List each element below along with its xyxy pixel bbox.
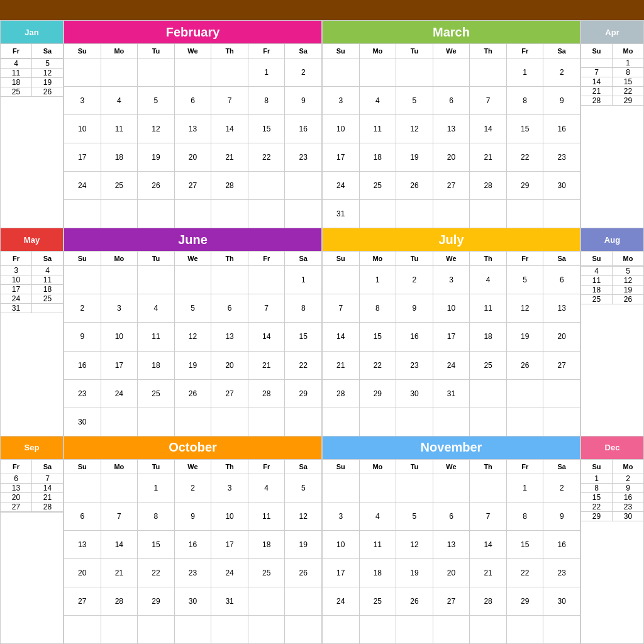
day-header-cell: Mo xyxy=(101,252,138,265)
stub-day-cell: 29 xyxy=(613,96,643,105)
day-cell xyxy=(211,408,248,436)
day-cell: 3 xyxy=(211,474,248,502)
day-cell: 25 xyxy=(360,172,397,199)
day-cell: 7 xyxy=(248,294,286,322)
day-cell: 26 xyxy=(507,352,544,379)
day-cell: 12 xyxy=(285,502,321,530)
right-stub-title-0: Apr xyxy=(581,21,643,43)
day-header-cell: Th xyxy=(211,460,248,474)
stub-week-row: 2021 xyxy=(1,492,63,502)
calendar-title xyxy=(0,0,644,20)
week-row: 2728293031 xyxy=(64,587,321,615)
day-cell: 30 xyxy=(396,380,433,408)
day-header-cell: Sa xyxy=(285,460,321,474)
left-stub-title-2: Sep xyxy=(1,436,63,459)
day-cell: 20 xyxy=(433,143,470,171)
day-cell xyxy=(101,266,138,294)
day-cell: 14 xyxy=(470,531,507,558)
week-row: 12 xyxy=(323,58,580,86)
day-header-cell: Sa xyxy=(285,252,321,265)
day-cell: 15 xyxy=(360,323,397,350)
day-cell: 6 xyxy=(543,266,580,294)
stub-day-cell: 25 xyxy=(32,294,63,303)
month-title-1-2: July xyxy=(323,228,580,251)
stub-week-row: 1 xyxy=(581,58,643,67)
day-cell: 9 xyxy=(543,502,580,530)
day-cell: 27 xyxy=(433,172,470,199)
day-header-cell: Su xyxy=(64,252,101,265)
left-stub-0: JanFrSa45111218192526 xyxy=(1,21,64,228)
calendar-body: JanFrSa45111218192526FebruarySuMoTuWeThF… xyxy=(0,20,644,644)
day-header-cell: Fr xyxy=(248,460,286,474)
left-stub-1: MayFrSa3410111718242531 xyxy=(1,228,64,435)
stub-day-cell: 9 xyxy=(613,484,643,492)
stub-day-header: Su xyxy=(581,44,613,58)
day-cell: 24 xyxy=(64,172,101,199)
month-title-0-1: February xyxy=(64,21,321,43)
day-header-cell: Fr xyxy=(507,252,544,265)
day-cell xyxy=(64,200,101,228)
day-cell: 4 xyxy=(470,266,507,294)
week-row xyxy=(323,615,580,643)
stub-week-row: 78 xyxy=(581,67,643,77)
day-header-cell: Mo xyxy=(101,460,138,474)
day-cell: 25 xyxy=(138,380,175,408)
day-cell xyxy=(396,408,433,436)
stub-week-row: 1819 xyxy=(1,77,63,87)
day-cell: 21 xyxy=(211,143,248,171)
day-cell: 22 xyxy=(360,352,397,379)
month-block-0-1: FebruarySuMoTuWeThFrSa123456789101112131… xyxy=(64,21,322,228)
stub-day-cell: 12 xyxy=(32,69,63,77)
day-cell: 10 xyxy=(323,115,360,143)
day-cell: 9 xyxy=(396,294,433,322)
day-header-cell: We xyxy=(433,460,470,474)
calendar-row-2: SepFrSa67131420212728OctoberSuMoTuWeThFr… xyxy=(1,436,643,643)
day-cell: 15 xyxy=(507,531,544,558)
day-cell: 11 xyxy=(101,115,138,143)
day-cell xyxy=(175,200,212,228)
stub-day-cell: 28 xyxy=(581,96,613,105)
day-header-cell: We xyxy=(175,44,212,58)
day-header-cell: Fr xyxy=(248,252,286,265)
day-cell: 2 xyxy=(396,266,433,294)
day-cell: 9 xyxy=(543,87,580,114)
day-header-cell: Th xyxy=(211,252,248,265)
day-cell: 22 xyxy=(507,143,544,171)
month-title-0-2: March xyxy=(323,21,580,43)
day-cell: 3 xyxy=(323,87,360,114)
day-cell: 4 xyxy=(101,87,138,114)
day-cell xyxy=(507,616,544,643)
day-cell: 10 xyxy=(211,502,248,530)
week-row xyxy=(64,615,321,643)
stub-day-cell: 30 xyxy=(613,512,643,521)
day-cell xyxy=(433,474,470,502)
month-title-2-2: November xyxy=(323,436,580,459)
day-cell: 12 xyxy=(396,531,433,558)
day-cell: 16 xyxy=(543,115,580,143)
day-cell xyxy=(175,266,212,294)
day-cell: 28 xyxy=(470,587,507,615)
day-cell: 12 xyxy=(507,294,544,322)
day-cell: 31 xyxy=(323,200,360,228)
day-cell xyxy=(211,200,248,228)
day-cell xyxy=(175,616,212,643)
stub-day-cell: 18 xyxy=(32,285,63,294)
day-cell: 22 xyxy=(285,352,321,379)
week-row: 9101112131415 xyxy=(64,322,321,350)
day-header-cell: Su xyxy=(323,460,360,474)
day-cell: 25 xyxy=(360,587,397,615)
left-stub-2: SepFrSa67131420212728 xyxy=(1,436,64,643)
day-cell xyxy=(470,616,507,643)
day-cell: 14 xyxy=(101,531,138,558)
stub-week-row: 1819 xyxy=(581,285,643,294)
day-cell: 2 xyxy=(285,58,321,86)
day-cell: 1 xyxy=(285,266,321,294)
day-cell: 6 xyxy=(175,87,212,114)
day-cell: 17 xyxy=(323,143,360,171)
right-stub-1: AugSuMo45111218192526 xyxy=(580,228,643,435)
stub-day-cell: 22 xyxy=(613,87,643,96)
day-cell: 18 xyxy=(470,323,507,350)
day-cell: 16 xyxy=(543,531,580,558)
stub-week-row xyxy=(581,304,643,304)
stub-day-cell: 14 xyxy=(32,484,63,492)
